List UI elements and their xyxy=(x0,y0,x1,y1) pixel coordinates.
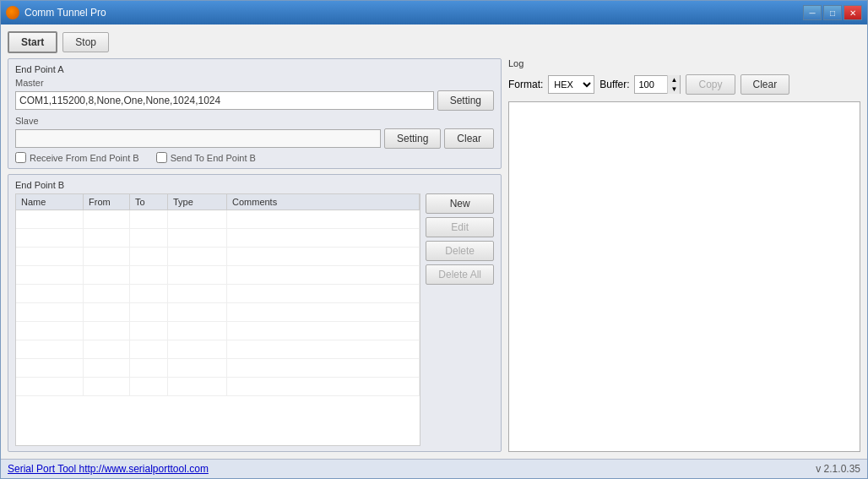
receive-checkbox[interactable] xyxy=(15,152,26,163)
buffer-input[interactable] xyxy=(635,76,667,93)
new-button[interactable]: New xyxy=(426,193,494,214)
table-row xyxy=(16,285,420,303)
endpoint-a-label: End Point A xyxy=(15,64,494,74)
endpoint-b-table: Name From To Type Comments xyxy=(15,193,420,446)
table-row xyxy=(16,303,420,322)
right-panel: Log Format: HEX ASCII DEC Buffer: ▲ ▼ xyxy=(508,58,860,452)
titlebar-left: Comm Tunnel Pro xyxy=(6,6,106,19)
table-row xyxy=(16,229,420,248)
table-row xyxy=(16,359,420,378)
left-panel: End Point A Master Setting Slave Setting… xyxy=(8,58,502,452)
log-textarea[interactable] xyxy=(508,101,860,452)
table-header: Name From To Type Comments xyxy=(16,194,420,210)
slave-input-row: Setting Clear xyxy=(15,128,494,149)
minimize-button[interactable]: ─ xyxy=(803,5,822,20)
master-setting-button[interactable]: Setting xyxy=(437,90,494,111)
receive-label: Receive From End Point B xyxy=(30,153,139,163)
log-clear-button[interactable]: Clear xyxy=(741,74,790,95)
edit-button[interactable]: Edit xyxy=(426,217,494,237)
main-body: End Point A Master Setting Slave Setting… xyxy=(8,58,860,452)
table-body xyxy=(16,210,420,441)
main-window: Comm Tunnel Pro ─ □ ✕ Start Stop End Poi… xyxy=(0,0,868,479)
spinner-down-button[interactable]: ▼ xyxy=(668,84,680,94)
master-input-row: Setting xyxy=(15,90,494,111)
footer-link[interactable]: Serial Port Tool http://www.serialportto… xyxy=(8,463,209,475)
table-row xyxy=(16,340,420,359)
col-to: To xyxy=(130,194,168,210)
close-button[interactable]: ✕ xyxy=(844,5,862,20)
send-checkbox[interactable] xyxy=(156,152,167,163)
col-comments: Comments xyxy=(227,194,420,210)
window-title: Comm Tunnel Pro xyxy=(24,7,106,19)
window-controls: ─ □ ✕ xyxy=(803,5,862,20)
endpoint-b-section: End Point B Name From To Type Comments xyxy=(8,174,502,452)
endpoint-b-label: End Point B xyxy=(15,180,494,190)
spinner-buttons: ▲ ▼ xyxy=(667,75,680,94)
log-controls: Format: HEX ASCII DEC Buffer: ▲ ▼ xyxy=(508,74,860,95)
spinner-up-button[interactable]: ▲ xyxy=(668,75,680,84)
footer-version: v 2.1.0.35 xyxy=(816,463,860,475)
send-label: Send To End Point B xyxy=(171,153,256,163)
checkbox-row: Receive From End Point B Send To End Poi… xyxy=(15,152,494,163)
endpoint-a-section: End Point A Master Setting Slave Setting… xyxy=(8,58,502,169)
copy-button[interactable]: Copy xyxy=(686,74,735,95)
endpoint-b-buttons: New Edit Delete Delete All xyxy=(426,193,494,446)
master-input[interactable] xyxy=(15,91,434,110)
receive-checkbox-label[interactable]: Receive From End Point B xyxy=(15,152,139,163)
slave-clear-button[interactable]: Clear xyxy=(444,128,494,149)
app-icon xyxy=(6,6,19,19)
col-type: Type xyxy=(168,194,227,210)
endpoint-b-body: Name From To Type Comments xyxy=(15,193,494,446)
col-name: Name xyxy=(16,194,84,210)
table-row xyxy=(16,322,420,340)
format-label: Format: xyxy=(508,79,543,90)
start-button[interactable]: Start xyxy=(8,31,57,53)
format-select[interactable]: HEX ASCII DEC xyxy=(548,75,594,94)
footer: Serial Port Tool http://www.serialportto… xyxy=(1,459,867,478)
log-label: Log xyxy=(508,58,860,68)
main-content: Start Stop End Point A Master Setting xyxy=(1,24,867,459)
table-row xyxy=(16,248,420,266)
stop-button[interactable]: Stop xyxy=(62,32,109,52)
titlebar: Comm Tunnel Pro ─ □ ✕ xyxy=(1,1,867,24)
table-row xyxy=(16,210,420,229)
delete-all-button[interactable]: Delete All xyxy=(426,264,494,285)
master-label: Master xyxy=(15,78,494,88)
toolbar: Start Stop xyxy=(8,31,860,53)
buffer-label: Buffer: xyxy=(599,79,629,90)
delete-button[interactable]: Delete xyxy=(426,241,494,261)
maximize-button[interactable]: □ xyxy=(823,5,842,20)
slave-section: Slave Setting Clear xyxy=(15,116,494,149)
table-row xyxy=(16,266,420,285)
table-row xyxy=(16,378,420,396)
slave-setting-button[interactable]: Setting xyxy=(384,128,441,149)
slave-input[interactable] xyxy=(15,129,381,148)
slave-label: Slave xyxy=(15,116,494,126)
buffer-spinner: ▲ ▼ xyxy=(634,75,681,94)
col-from: From xyxy=(84,194,130,210)
send-checkbox-label[interactable]: Send To End Point B xyxy=(156,152,256,163)
